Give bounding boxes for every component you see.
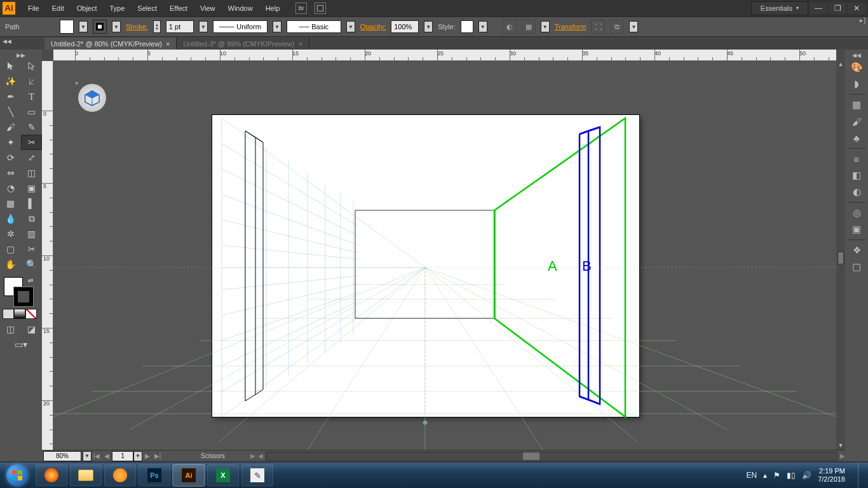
scale-tool[interactable]: ⤢ [21,150,42,165]
status-menu-icon[interactable]: ▶ [250,452,255,459]
opacity-panel-link[interactable]: Opacity: [360,23,386,30]
color-guide-panel-icon[interactable]: ◗ [848,76,865,92]
magic-wand-tool[interactable]: ✨ [0,74,21,89]
clip-dropdown[interactable]: ▼ [629,21,638,32]
tray-expand-icon[interactable]: ▴ [763,471,767,480]
zoom-level-field[interactable]: 80% [43,451,81,461]
selection-tool[interactable] [0,58,21,74]
graphic-style-swatch[interactable] [461,20,473,33]
tray-language-indicator[interactable]: EN [747,471,757,480]
style-dropdown[interactable]: ▼ [478,21,487,32]
free-transform-tool[interactable]: ◫ [21,165,42,180]
show-desktop-button[interactable] [858,463,865,488]
lasso-tool[interactable]: ⟀ [21,74,42,89]
window-maximize-button[interactable]: ❐ [829,3,846,14]
blob-brush-tool[interactable]: ✦ [0,135,21,150]
document-tab-2[interactable]: Untitled-3* @ 99% (CMYK/Preview) × [177,37,309,50]
window-minimize-button[interactable]: — [810,3,827,14]
stroke-panel-link[interactable]: Stroke: [126,23,148,30]
pencil-tool[interactable]: ✎ [21,119,42,135]
color-panel-icon[interactable]: 🎨 [848,60,865,75]
taskbar-explorer-button[interactable] [70,464,102,486]
fill-swatch[interactable] [60,20,74,34]
draw-normal-button[interactable]: ◫ [0,322,21,337]
color-mode-button[interactable] [3,309,14,319]
rightdock-expand-icon[interactable]: ◀◀ [852,52,861,58]
appearance-panel-icon[interactable]: ◎ [848,205,865,220]
scroll-up-icon[interactable]: ▲ [837,61,844,69]
profile-dropdown[interactable]: ▼ [273,21,281,32]
rectangle-tool[interactable]: ▭ [21,104,42,119]
zoom-dropdown[interactable]: ▼ [83,451,92,461]
options-collapse-icon[interactable]: ▸│ [860,17,867,24]
eyedropper-tool[interactable]: 💧 [0,211,21,226]
menu-object[interactable]: Object [71,0,104,17]
symbols-panel-icon[interactable]: ♣ [848,130,865,146]
variable-width-profile[interactable]: ─── Uniform [213,20,268,33]
last-artboard-button[interactable]: ▶| [153,452,163,459]
stroke-color-swatch[interactable] [14,287,33,306]
draw-behind-button[interactable]: ◪ [21,322,42,337]
swap-fill-stroke-icon[interactable]: ⇄ [28,277,33,284]
blend-tool[interactable]: ⧉ [21,211,42,226]
menu-help[interactable]: Help [259,0,287,17]
column-graph-tool[interactable]: ▥ [21,226,42,241]
menu-select[interactable]: Select [131,0,163,17]
symbol-sprayer-tool[interactable]: ✲ [0,226,21,241]
gradient-mode-button[interactable] [14,309,25,319]
line-tool[interactable]: ╲ [0,104,21,119]
scroll-thumb-h[interactable] [523,452,539,460]
horizontal-scrollbar[interactable] [266,452,837,461]
vertical-ruler[interactable]: 0 5 10 15 20 [42,61,53,450]
pen-tool[interactable]: ✒ [0,89,21,104]
shape-builder-tool[interactable]: ◔ [0,180,21,196]
transparency-panel-icon[interactable]: ◐ [848,184,865,200]
tray-volume-icon[interactable]: 🔊 [802,471,811,480]
perspective-plane-widget[interactable] [78,83,107,112]
stroke-weight-field[interactable]: 1 pt [166,20,194,33]
stroke-panel-icon[interactable]: ≡ [848,151,865,166]
gradient-panel-icon[interactable]: ◧ [848,168,865,183]
stroke-dropdown[interactable]: ▼ [112,21,121,32]
recolor-artwork-icon[interactable]: ◐ [503,20,517,34]
prev-artboard-button[interactable]: ◀ [102,452,112,459]
scroll-down-icon[interactable]: ▼ [837,442,844,450]
next-artboard-button[interactable]: ▶ [142,452,153,459]
transform-panel-link[interactable]: Transform [555,23,587,30]
document-tab-2-close-icon[interactable]: × [298,40,302,48]
none-mode-button[interactable] [25,309,37,319]
workspace-switcher[interactable]: Essentials▾ [751,1,808,15]
taskbar-firefox-button[interactable] [36,464,67,486]
mesh-tool[interactable]: ▦ [0,196,21,211]
window-close-button[interactable]: ✕ [848,3,865,14]
layers-panel-icon[interactable]: ❖ [848,243,865,258]
menu-file[interactable]: File [22,0,46,17]
align-dropdown[interactable]: ▼ [541,21,550,32]
rotate-tool[interactable]: ⟳ [0,150,21,165]
tabbar-expand-icon[interactable]: ◀◀ [3,38,11,44]
tray-clock[interactable]: 2:19 PM 7/2/2018 [818,467,848,484]
brushes-panel-icon[interactable]: 🖌 [848,114,865,129]
paintbrush-tool[interactable]: 🖌 [0,119,21,135]
width-tool[interactable]: ⇔ [0,165,21,180]
zoom-tool[interactable]: 🔍 [21,257,42,272]
perspective-widget-close-icon[interactable]: × [75,80,78,86]
screen-mode-button[interactable]: ▭▾ [0,337,42,352]
document-tab-1[interactable]: Untitled-2* @ 80% (CMYK/Preview) × [44,37,177,50]
tray-action-center-icon[interactable]: ⚑ [773,471,780,480]
taskbar-excel-button[interactable]: X [207,464,239,486]
fill-stroke-indicator[interactable]: ⇄ [4,277,33,306]
artboard-tool[interactable]: ▢ [0,241,21,257]
menu-edit[interactable]: Edit [46,0,71,17]
menu-effect[interactable]: Effect [163,0,194,17]
graphic-styles-panel-icon[interactable]: ▣ [848,222,865,237]
hand-tool[interactable]: ✋ [0,257,21,272]
menu-type[interactable]: Type [104,0,132,17]
artboards-panel-icon[interactable]: ▢ [848,259,865,274]
taskbar-mediaplayer-button[interactable] [104,464,136,486]
tray-network-icon[interactable]: ▮▯ [787,471,796,480]
first-artboard-button[interactable]: |◀ [92,452,102,459]
perspective-grid-tool[interactable]: ▣ [21,180,42,196]
artboard-number-field[interactable]: 1 [112,451,133,461]
type-tool[interactable]: T [21,89,42,104]
